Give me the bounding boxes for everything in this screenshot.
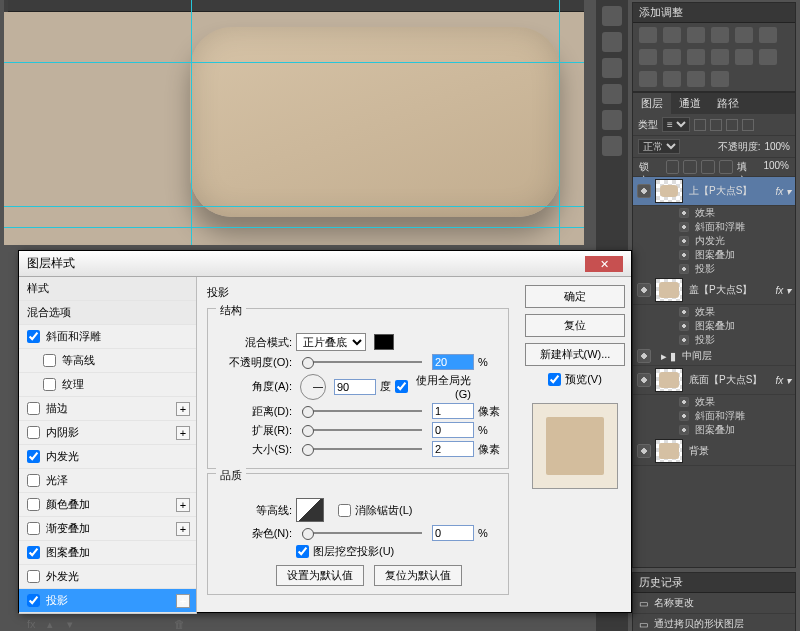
- filter-icon[interactable]: [710, 119, 722, 131]
- adjustment-icon[interactable]: [735, 49, 753, 65]
- arrow-up-icon[interactable]: ▴: [47, 618, 61, 631]
- effect-row[interactable]: 图案叠加: [633, 248, 795, 262]
- visibility-toggle[interactable]: [679, 335, 689, 345]
- adjustment-icon[interactable]: [759, 27, 777, 43]
- visibility-toggle[interactable]: [679, 236, 689, 246]
- layer-thumbnail[interactable]: [655, 179, 683, 203]
- adjustment-icon[interactable]: [711, 71, 729, 87]
- adjustment-icon[interactable]: [687, 27, 705, 43]
- tab-paths[interactable]: 路径: [709, 93, 747, 114]
- opacity-input[interactable]: [432, 354, 474, 370]
- visibility-toggle[interactable]: [679, 411, 689, 421]
- style-checkbox[interactable]: [27, 330, 40, 343]
- adjustment-icon[interactable]: [759, 49, 777, 65]
- global-light-checkbox[interactable]: 使用全局光 (G): [395, 373, 471, 400]
- blend-mode-select[interactable]: 正片叠底: [296, 333, 366, 351]
- dialog-titlebar[interactable]: 图层样式 ✕: [19, 251, 631, 277]
- arrow-down-icon[interactable]: ▾: [67, 618, 81, 631]
- adjustment-icon[interactable]: [663, 49, 681, 65]
- add-effect-icon[interactable]: +: [176, 522, 190, 536]
- layer-row[interactable]: 盖【P大点S】fx ▾: [633, 276, 795, 305]
- history-row[interactable]: ▭名称更改: [633, 593, 795, 614]
- history-row[interactable]: ▭通过拷贝的形状图层: [633, 614, 795, 631]
- add-effect-icon[interactable]: +: [176, 498, 190, 512]
- adjustment-icon[interactable]: [687, 71, 705, 87]
- ok-button[interactable]: 确定: [525, 285, 625, 308]
- effect-row[interactable]: 投影: [633, 333, 795, 347]
- fill-value[interactable]: 100%: [763, 160, 789, 174]
- distance-slider[interactable]: [302, 410, 422, 412]
- close-button[interactable]: ✕: [585, 256, 623, 272]
- adjustment-icon[interactable]: [735, 27, 753, 43]
- effect-row[interactable]: 内发光: [633, 234, 795, 248]
- style-checkbox[interactable]: [43, 378, 56, 391]
- fx-icon[interactable]: fx: [27, 618, 41, 631]
- layer-thumbnail[interactable]: [655, 368, 683, 392]
- anti-alias-checkbox[interactable]: 消除锯齿(L): [338, 503, 414, 518]
- fx-badge[interactable]: fx ▾: [775, 186, 791, 197]
- filter-icon[interactable]: [694, 119, 706, 131]
- visibility-toggle[interactable]: [679, 321, 689, 331]
- adjustment-icon[interactable]: [687, 49, 705, 65]
- style-item[interactable]: 投影+: [19, 589, 196, 613]
- guide-vertical[interactable]: [191, 0, 192, 245]
- visibility-toggle[interactable]: [679, 222, 689, 232]
- visibility-toggle[interactable]: [679, 208, 689, 218]
- style-checkbox[interactable]: [27, 546, 40, 559]
- cancel-button[interactable]: 复位: [525, 314, 625, 337]
- tab-layers[interactable]: 图层: [633, 93, 671, 114]
- effect-row[interactable]: 投影: [633, 262, 795, 276]
- style-item[interactable]: 光泽: [19, 469, 196, 493]
- visibility-toggle[interactable]: [637, 444, 651, 458]
- style-item[interactable]: 等高线: [19, 349, 196, 373]
- effect-row[interactable]: 图案叠加: [633, 423, 795, 437]
- reset-default-button[interactable]: 复位为默认值: [374, 565, 462, 586]
- adjustment-icon[interactable]: [639, 71, 657, 87]
- style-item[interactable]: 颜色叠加+: [19, 493, 196, 517]
- preview-checkbox[interactable]: 预览(V): [548, 372, 602, 387]
- distance-input[interactable]: [432, 403, 474, 419]
- filter-icon[interactable]: [742, 119, 754, 131]
- lock-icon[interactable]: [719, 160, 733, 174]
- panel-icon[interactable]: [602, 136, 622, 156]
- layer-row[interactable]: 背景: [633, 437, 795, 466]
- layer-thumbnail[interactable]: [655, 278, 683, 302]
- style-item[interactable]: 斜面和浮雕: [19, 325, 196, 349]
- contour-picker[interactable]: [296, 498, 324, 522]
- visibility-toggle[interactable]: [679, 307, 689, 317]
- visibility-toggle[interactable]: [679, 250, 689, 260]
- size-slider[interactable]: [302, 448, 422, 450]
- style-item[interactable]: 内发光: [19, 445, 196, 469]
- effects-header[interactable]: 效果: [633, 395, 795, 409]
- lock-icon[interactable]: [666, 160, 680, 174]
- effect-row[interactable]: 斜面和浮雕: [633, 409, 795, 423]
- adjustment-icon[interactable]: [663, 71, 681, 87]
- visibility-toggle[interactable]: [679, 264, 689, 274]
- noise-input[interactable]: [432, 525, 474, 541]
- shadow-color-swatch[interactable]: [374, 334, 394, 350]
- style-checkbox[interactable]: [27, 402, 40, 415]
- style-item[interactable]: 渐变叠加+: [19, 517, 196, 541]
- adjustment-icon[interactable]: [711, 27, 729, 43]
- panel-icon[interactable]: [602, 58, 622, 78]
- add-effect-icon[interactable]: +: [176, 402, 190, 416]
- layer-name[interactable]: 中间层: [682, 349, 791, 363]
- style-item[interactable]: 描边+: [19, 397, 196, 421]
- effects-header[interactable]: 效果: [633, 206, 795, 220]
- visibility-toggle[interactable]: [637, 283, 651, 297]
- ruler-horizontal[interactable]: [8, 0, 584, 12]
- panel-icon[interactable]: [602, 32, 622, 52]
- filter-icon[interactable]: [726, 119, 738, 131]
- opacity-slider[interactable]: [302, 361, 422, 363]
- style-checkbox[interactable]: [27, 426, 40, 439]
- blend-mode-select[interactable]: 正常: [638, 139, 680, 154]
- lock-icon[interactable]: [701, 160, 715, 174]
- style-item[interactable]: 纹理: [19, 373, 196, 397]
- effects-header[interactable]: 效果: [633, 305, 795, 319]
- add-effect-icon[interactable]: +: [176, 594, 190, 608]
- guide-horizontal[interactable]: [4, 227, 584, 228]
- lock-icon[interactable]: [683, 160, 697, 174]
- visibility-toggle[interactable]: [679, 397, 689, 407]
- add-effect-icon[interactable]: +: [176, 426, 190, 440]
- adjustment-icon[interactable]: [711, 49, 729, 65]
